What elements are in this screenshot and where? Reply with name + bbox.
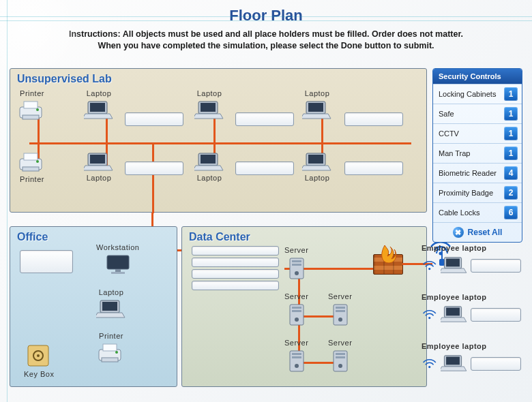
reset-all-button[interactable]: ✖ Reset All <box>433 222 522 242</box>
laptop-icon[interactable] <box>96 299 126 320</box>
server-icon[interactable] <box>329 350 351 373</box>
drop-slot[interactable] <box>20 250 73 273</box>
security-item[interactable]: Safe1 <box>433 104 522 123</box>
device-label: Server <box>284 339 308 347</box>
instructions-line1: Instructions: All objects must be used a… <box>69 29 463 39</box>
security-item-count: 4 <box>504 166 518 180</box>
laptop-icon[interactable] <box>84 152 114 172</box>
security-item-label: CCTV <box>439 129 459 138</box>
laptop-icon[interactable] <box>441 354 468 373</box>
security-item-count: 2 <box>504 186 518 200</box>
security-controls-panel: Security Controls Locking Cabinets1 Safe… <box>432 68 522 243</box>
device-label: Employee laptop <box>422 244 487 252</box>
workstation-icon[interactable] <box>104 254 132 275</box>
device-label: Printer <box>20 175 44 183</box>
security-item[interactable]: Biometric Reader4 <box>433 163 522 183</box>
laptop-icon[interactable] <box>302 100 332 121</box>
drop-slot[interactable] <box>192 258 279 267</box>
device-label: Laptop <box>87 174 112 182</box>
wifi-icon <box>422 258 438 273</box>
security-item-count: 6 <box>504 206 518 219</box>
security-item-label: Proximity Badge <box>439 189 493 197</box>
instructions-line2: When you have completed the simulation, … <box>98 41 434 50</box>
security-item-count: 1 <box>504 87 518 101</box>
device-label: Laptop <box>99 288 124 296</box>
wifi-icon <box>422 307 438 322</box>
security-item[interactable]: Man Trap1 <box>433 143 522 163</box>
zone-unsupervised-lab: Unsupervised Lab Printer Laptop Laptop L… <box>10 68 427 213</box>
device-label: Laptop <box>197 174 222 182</box>
laptop-icon[interactable] <box>194 152 224 172</box>
security-item[interactable]: Locking Cabinets1 <box>433 84 522 104</box>
drop-slot[interactable] <box>125 112 183 126</box>
zone-office: Office Workstation Laptop Printer Key Bo… <box>10 226 177 387</box>
zone-title-lab: Unsupervised Lab <box>17 73 112 85</box>
server-icon[interactable] <box>286 303 308 326</box>
device-label: Workstation <box>96 243 139 251</box>
security-item[interactable]: Proximity Badge2 <box>433 183 522 202</box>
printer-icon[interactable] <box>17 152 47 174</box>
device-label: Printer <box>20 89 44 97</box>
device-label: Server <box>328 292 352 300</box>
device-label: Laptop <box>305 174 330 182</box>
drop-slot[interactable] <box>344 161 403 175</box>
server-icon[interactable] <box>286 350 308 373</box>
drop-slot[interactable] <box>125 161 183 175</box>
device-label: Employee laptop <box>422 293 487 301</box>
security-item-label: Locking Cabinets <box>439 90 496 98</box>
drop-slot[interactable] <box>471 357 521 371</box>
drop-slot[interactable] <box>471 259 521 273</box>
drop-slot[interactable] <box>192 281 279 290</box>
zone-data-center: Data Center Server Server Server Server … <box>181 226 427 387</box>
drop-slot[interactable] <box>192 269 279 279</box>
laptop-icon[interactable] <box>441 305 468 324</box>
security-item-count: 1 <box>504 107 518 121</box>
laptop-icon[interactable] <box>194 100 224 121</box>
device-label: Printer <box>99 332 123 340</box>
zone-title-dc: Data Center <box>189 231 250 243</box>
device-label: Laptop <box>305 89 330 97</box>
reset-icon: ✖ <box>453 227 464 238</box>
drop-slot[interactable] <box>344 112 403 126</box>
flame-icon <box>378 245 398 263</box>
server-icon[interactable] <box>329 303 351 326</box>
device-label: Server <box>328 339 352 347</box>
safe-icon[interactable] <box>27 344 51 369</box>
device-label: Laptop <box>197 89 222 97</box>
laptop-icon[interactable] <box>441 256 468 275</box>
security-item-label: Cable Locks <box>439 208 480 217</box>
printer-icon[interactable] <box>17 100 47 122</box>
drop-slot[interactable] <box>235 112 294 126</box>
drop-slot[interactable] <box>471 308 521 322</box>
firewall-icon[interactable] <box>373 254 403 275</box>
wifi-icon <box>422 356 438 371</box>
device-label: Key Box <box>24 370 54 378</box>
laptop-icon[interactable] <box>302 152 332 172</box>
drop-slot[interactable] <box>192 246 279 256</box>
reset-label: Reset All <box>468 228 503 237</box>
server-icon[interactable] <box>286 257 308 280</box>
security-controls-header: Security Controls <box>433 69 522 84</box>
device-label: Server <box>284 246 308 254</box>
printer-icon[interactable] <box>96 343 126 365</box>
security-item-label: Man Trap <box>439 149 470 157</box>
device-label: Laptop <box>87 89 112 97</box>
security-item-label: Safe <box>439 110 454 118</box>
security-item-count: 1 <box>504 146 518 160</box>
security-item[interactable]: Cable Locks6 <box>433 202 522 222</box>
laptop-icon[interactable] <box>84 100 114 121</box>
security-item-count: 1 <box>504 127 518 140</box>
device-label: Server <box>284 292 308 300</box>
security-item-label: Biometric Reader <box>439 169 497 177</box>
security-item[interactable]: CCTV1 <box>433 123 522 143</box>
zone-title-office: Office <box>17 231 48 243</box>
device-label: Employee laptop <box>422 342 487 350</box>
drop-slot[interactable] <box>235 161 294 175</box>
